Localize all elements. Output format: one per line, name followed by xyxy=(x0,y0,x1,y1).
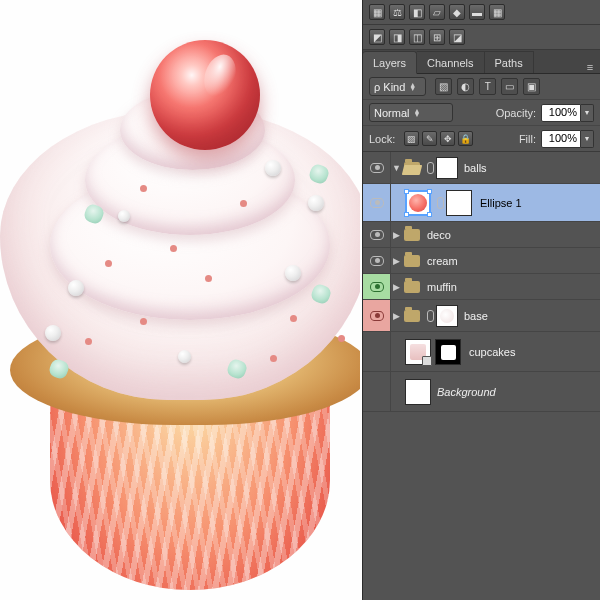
option-icon[interactable]: ◨ xyxy=(389,29,405,45)
chevron-updown-icon: ▲▼ xyxy=(409,83,421,91)
eye-icon xyxy=(370,163,384,173)
tab-channels[interactable]: Channels xyxy=(417,51,484,73)
folder-icon xyxy=(404,162,420,174)
mask-thumbnail[interactable] xyxy=(436,305,458,327)
option-icon[interactable]: ⊞ xyxy=(429,29,445,45)
option-icon[interactable]: ◧ xyxy=(409,4,425,20)
option-icon[interactable]: ◪ xyxy=(449,29,465,45)
layer-row-muffin[interactable]: ▶ muffin xyxy=(363,274,600,300)
visibility-toggle[interactable] xyxy=(363,332,391,371)
mask-thumbnail[interactable] xyxy=(446,190,472,216)
folder-icon xyxy=(404,255,420,267)
folder-icon xyxy=(404,310,420,322)
layer-row-balls[interactable]: ▼ balls xyxy=(363,152,600,184)
layer-row-background[interactable]: Background xyxy=(363,372,600,412)
fill-label: Fill: xyxy=(519,133,536,145)
lock-position-icon[interactable]: ✥ xyxy=(440,131,455,146)
link-icon xyxy=(437,197,444,209)
option-icon[interactable]: ◫ xyxy=(409,29,425,45)
panel-tabs: Layers Channels Paths ≡ xyxy=(363,50,600,74)
lock-row: Lock: ▨ ✎ ✥ 🔒 Fill: 100% ▼ xyxy=(363,126,600,152)
disclosure-triangle[interactable]: ▶ xyxy=(391,281,402,292)
panel-dock: ▦ ⚖ ◧ ▱ ◆ ▬ ▦ ◩ ◨ ◫ ⊞ ◪ Layers Channels … xyxy=(362,0,600,600)
folder-icon xyxy=(404,229,420,241)
visibility-toggle[interactable] xyxy=(363,372,391,411)
layer-list: ▼ balls Ellipse 1 ▶ deco xyxy=(363,152,600,412)
eye-icon xyxy=(370,230,384,240)
layer-row-ellipse1[interactable]: Ellipse 1 xyxy=(363,184,600,222)
filter-pixel-icon[interactable]: ▧ xyxy=(435,78,452,95)
lock-label: Lock: xyxy=(369,133,395,145)
layer-thumbnail[interactable] xyxy=(405,379,431,405)
visibility-toggle[interactable] xyxy=(363,300,391,331)
option-icon[interactable]: ▦ xyxy=(369,4,385,20)
visibility-toggle[interactable] xyxy=(363,184,391,221)
blend-mode-select[interactable]: Normal ▲▼ xyxy=(369,103,453,122)
disclosure-triangle[interactable]: ▶ xyxy=(391,255,402,266)
disclosure-triangle[interactable]: ▶ xyxy=(391,229,402,240)
option-icon[interactable]: ◆ xyxy=(449,4,465,20)
layer-filter-row: ρ Kind ▲▼ ▧ ◐ T ▭ ▣ xyxy=(363,74,600,100)
eye-icon xyxy=(370,311,384,321)
option-icon[interactable]: ⚖ xyxy=(389,4,405,20)
eye-icon xyxy=(370,282,384,292)
disclosure-triangle[interactable]: ▼ xyxy=(391,162,402,173)
tab-layers[interactable]: Layers xyxy=(363,51,417,74)
filter-shape-icon[interactable]: ▭ xyxy=(501,78,518,95)
chevron-down-icon[interactable]: ▼ xyxy=(581,130,594,148)
layer-row-cream[interactable]: ▶ cream xyxy=(363,248,600,274)
lock-pixels-icon[interactable]: ✎ xyxy=(422,131,437,146)
option-icon[interactable]: ▬ xyxy=(469,4,485,20)
layer-row-base[interactable]: ▶ base xyxy=(363,300,600,332)
panel-menu-icon[interactable]: ≡ xyxy=(580,61,600,73)
eye-icon xyxy=(370,256,384,266)
tab-paths[interactable]: Paths xyxy=(485,51,534,73)
layer-row-deco[interactable]: ▶ deco xyxy=(363,222,600,248)
disclosure-triangle[interactable]: ▶ xyxy=(391,310,402,321)
layer-row-cupcakes[interactable]: cupcakes xyxy=(363,332,600,372)
option-icon[interactable]: ▱ xyxy=(429,4,445,20)
filter-adjust-icon[interactable]: ◐ xyxy=(457,78,474,95)
search-icon: ρ xyxy=(374,81,380,93)
link-icon xyxy=(427,310,434,322)
options-bar-row2: ◩ ◨ ◫ ⊞ ◪ xyxy=(363,25,600,50)
chevron-down-icon[interactable]: ▼ xyxy=(581,104,594,122)
options-bar-row1: ▦ ⚖ ◧ ▱ ◆ ▬ ▦ xyxy=(363,0,600,25)
link-icon xyxy=(427,162,434,174)
layer-thumbnail[interactable] xyxy=(405,339,431,365)
folder-icon xyxy=(404,281,420,293)
opacity-label: Opacity: xyxy=(496,107,536,119)
mask-thumbnail[interactable] xyxy=(436,157,458,179)
visibility-toggle[interactable] xyxy=(363,152,391,183)
visibility-toggle[interactable] xyxy=(363,222,391,247)
visibility-toggle[interactable] xyxy=(363,248,391,273)
cupcake-illustration xyxy=(0,50,360,600)
fill-input[interactable]: 100% xyxy=(541,130,581,148)
lock-all-icon[interactable]: 🔒 xyxy=(458,131,473,146)
option-icon[interactable]: ◩ xyxy=(369,29,385,45)
filter-kind-select[interactable]: ρ Kind ▲▼ xyxy=(369,77,426,96)
chevron-updown-icon: ▲▼ xyxy=(413,109,425,117)
canvas-area xyxy=(0,0,360,600)
smart-object-icon xyxy=(422,356,432,366)
mask-thumbnail[interactable] xyxy=(435,339,461,365)
lock-transparent-icon[interactable]: ▨ xyxy=(404,131,419,146)
opacity-input[interactable]: 100% xyxy=(541,104,581,122)
filter-type-icon[interactable]: T xyxy=(479,78,496,95)
filter-smart-icon[interactable]: ▣ xyxy=(523,78,540,95)
option-icon[interactable]: ▦ xyxy=(489,4,505,20)
layer-thumbnail[interactable] xyxy=(405,190,431,216)
cherry-ball xyxy=(150,40,260,150)
blend-row: Normal ▲▼ Opacity: 100% ▼ xyxy=(363,100,600,126)
eye-icon xyxy=(370,198,384,208)
visibility-toggle[interactable] xyxy=(363,274,391,299)
